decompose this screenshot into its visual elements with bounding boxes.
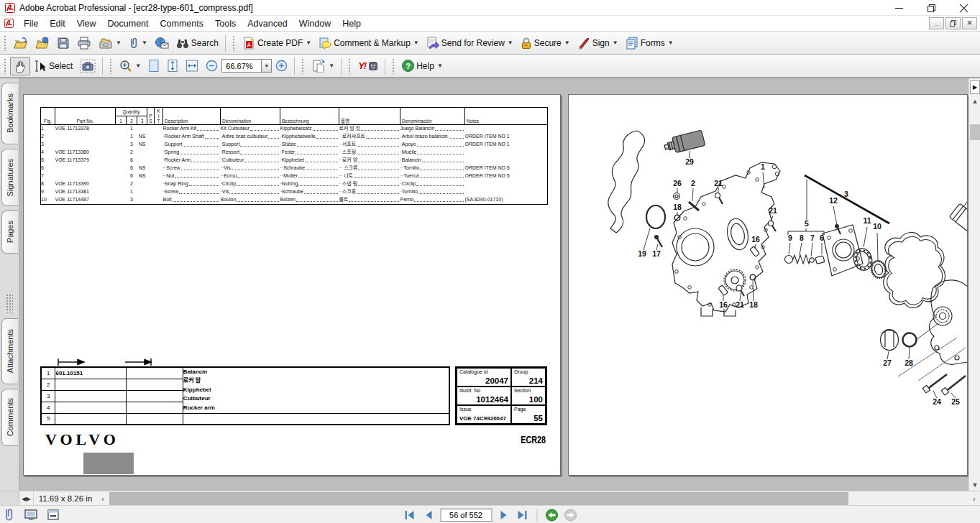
pane-splitter-grip[interactable] — [6, 294, 13, 313]
sidebar-tab-comments[interactable]: Comments — [1, 389, 18, 446]
create-pdf-button[interactable]: Create PDF ▼ — [239, 34, 315, 52]
minimize-button[interactable] — [883, 0, 915, 16]
restore-button[interactable] — [915, 0, 948, 16]
close-button[interactable] — [948, 0, 980, 16]
doc-minimize-button[interactable]: _ — [929, 17, 944, 29]
next-page-button[interactable] — [496, 508, 510, 522]
table-row: 33NS·Support·Support·Stütze· 서포트·ApoyoOR… — [41, 141, 548, 149]
chevron-down-icon: ▼ — [613, 40, 618, 46]
zoom-out-button[interactable] — [202, 57, 221, 75]
organizer-button[interactable]: ▼ — [95, 34, 125, 52]
sidebar-tab-pages[interactable]: Pages — [1, 210, 18, 254]
previous-view-button[interactable] — [544, 508, 559, 522]
vertical-scrollbar[interactable]: ▶ ▲ ▼ — [968, 78, 980, 491]
zoom-tool-button[interactable]: ▼ — [116, 57, 145, 75]
illustr-no-value: 1012464 — [459, 396, 508, 404]
page-number-field[interactable] — [440, 509, 492, 522]
help-button[interactable]: ? Help ▼ — [398, 57, 447, 75]
menu-edit[interactable]: Edit — [44, 17, 71, 30]
catalogue-id-value: 20047 — [459, 377, 508, 385]
cell-ns: NS — [137, 133, 147, 141]
doc-restore-button[interactable] — [945, 17, 961, 29]
horizontal-scrollbar[interactable] — [109, 491, 968, 506]
send-review-button[interactable]: Send for Review ▼ — [423, 34, 517, 52]
save-button[interactable] — [53, 34, 73, 52]
toolbar-grip[interactable] — [392, 58, 395, 74]
menu-help[interactable]: Help — [336, 17, 367, 30]
menu-document[interactable]: Document — [102, 17, 155, 30]
first-page-button[interactable] — [403, 508, 417, 522]
menu-comments[interactable]: Comments — [155, 17, 209, 30]
cell-fr: ·Support — [221, 141, 240, 149]
split-handle[interactable]: ◀▶ — [19, 491, 34, 506]
pdf-page-left: Fig. Part No. Quantity P S K I T Descrip… — [23, 94, 561, 476]
screen-mode-icon[interactable] — [24, 509, 37, 521]
menu-advanced[interactable]: Advanced — [242, 17, 293, 30]
menu-file[interactable]: File — [18, 17, 44, 30]
menu-view[interactable]: View — [71, 17, 102, 30]
page-navigation — [403, 506, 577, 523]
fit-height-button[interactable] — [163, 57, 182, 75]
fit-page-button[interactable] — [145, 57, 163, 75]
toolbar-grip[interactable] — [232, 35, 236, 51]
zoom-level-dropdown[interactable]: ▼ — [262, 59, 272, 73]
page-display-button[interactable]: ▼ — [308, 57, 338, 75]
sidebar-tab-signatures[interactable]: Signatures — [1, 149, 18, 206]
scroll-down-arrow[interactable]: ▼ — [969, 479, 980, 491]
sidebar-tab-attachments[interactable]: Attachments — [1, 318, 18, 384]
toolbar-grip[interactable] — [4, 58, 7, 74]
last-page-button[interactable] — [515, 508, 529, 522]
chevron-down-icon: ▼ — [142, 40, 147, 46]
scroll-up-arrow[interactable]: ▲ — [969, 96, 980, 107]
snapshot-tool-button[interactable] — [76, 57, 99, 75]
sidebar-tab-bookmarks[interactable]: Bookmarks — [1, 83, 18, 144]
forms-button[interactable]: Forms ▼ — [622, 34, 677, 52]
toolbar-separator — [225, 34, 226, 52]
previous-page-button[interactable] — [421, 508, 436, 522]
comment-markup-button[interactable]: Comment & Markup ▼ — [315, 34, 423, 52]
print-button[interactable] — [73, 34, 95, 52]
doc-close-button[interactable]: ✕ — [962, 17, 977, 29]
scroll-right-arrow[interactable]: › — [968, 491, 980, 506]
toolbar-grip[interactable] — [109, 58, 113, 74]
expand-panel-button[interactable]: ▶ — [970, 80, 980, 94]
parts-diagram: 29 1 26 2 21 18 21 16 19 17 16 21 18 3 — [569, 95, 968, 476]
zoom-level-field[interactable]: 66.67% — [221, 59, 262, 73]
toolbar-grip[interactable] — [348, 58, 352, 74]
page-canvas[interactable]: Fig. Part No. Quantity P S K I T Descrip… — [19, 78, 968, 491]
toolbar-grip[interactable] — [4, 35, 7, 51]
menu-window[interactable]: Window — [293, 17, 336, 30]
vertical-scroll-thumb[interactable] — [970, 124, 980, 140]
send-review-label: Send for Review — [441, 38, 505, 48]
bookmarks-tab-label: Bookmarks — [6, 93, 14, 133]
secure-button[interactable]: Secure ▼ — [517, 34, 574, 52]
scroll-left-arrow[interactable]: ‹ — [97, 491, 109, 506]
next-view-button[interactable] — [563, 508, 577, 522]
catalogue-id-label: Catalogue id — [459, 369, 508, 374]
menu-tools[interactable]: Tools — [209, 17, 242, 30]
toolbar-grip[interactable] — [301, 58, 305, 74]
select-tool-button[interactable]: Select — [30, 57, 76, 75]
header-q1: 1 — [116, 116, 127, 125]
attach-button[interactable]: ▼ — [125, 34, 151, 52]
window-layout-icon[interactable] — [47, 509, 59, 520]
email-button[interactable] — [151, 34, 173, 52]
callout-label: 29 — [685, 157, 694, 166]
open-icon — [14, 37, 28, 50]
fit-width-button[interactable] — [182, 57, 202, 75]
zoom-in-button[interactable] — [272, 57, 291, 75]
open-button[interactable] — [10, 34, 32, 52]
cell-fr: ··Vis — [221, 165, 231, 172]
yim-button[interactable]: Y! — [354, 57, 382, 75]
horizontal-scroll-thumb[interactable] — [109, 492, 848, 505]
sign-button[interactable]: Sign ▼ — [574, 34, 622, 52]
attachments-status-icon[interactable] — [3, 508, 14, 522]
comment-markup-label: Comment & Markup — [334, 38, 411, 48]
cell-ns: NS — [137, 165, 147, 172]
header-description: Description — [163, 108, 221, 125]
open-web-button[interactable] — [32, 34, 53, 52]
hand-tool-button[interactable] — [10, 57, 30, 75]
part-cartridge-29 — [663, 130, 705, 155]
search-button[interactable]: Search — [173, 34, 222, 52]
header-q3: 3 — [137, 116, 147, 125]
